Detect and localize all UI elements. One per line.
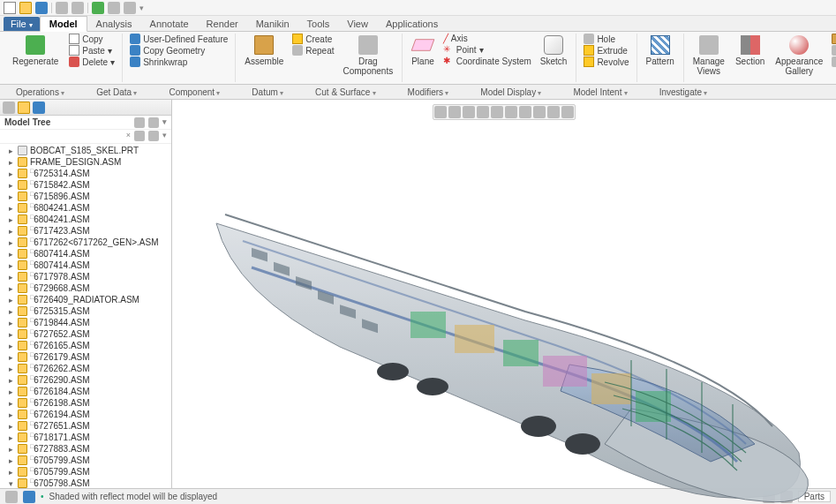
- tree-node[interactable]: ▸□6726262.ASM: [0, 363, 171, 374]
- tree-node[interactable]: ▸□6727883.ASM: [0, 443, 171, 455]
- expand-icon[interactable]: ▸: [7, 261, 15, 270]
- expand-icon[interactable]: ▸: [7, 319, 15, 327]
- tree-node[interactable]: ▸□6718171.ASM: [0, 432, 171, 443]
- hole-button[interactable]: Hole: [582, 34, 630, 44]
- tree-show-icon[interactable]: [148, 117, 159, 128]
- drag-button[interactable]: Drag Components: [339, 34, 396, 78]
- expand-icon[interactable]: ▸: [7, 456, 15, 465]
- exploded-button[interactable]: Exploded View: [830, 34, 836, 44]
- repeat-button[interactable]: Repeat: [290, 45, 335, 56]
- extrude-button[interactable]: Extrude: [582, 45, 630, 56]
- point-button[interactable]: ✳Point ▾: [441, 44, 533, 55]
- tab-applications[interactable]: Applications: [377, 17, 447, 31]
- edit-position-button[interactable]: Edit Position: [830, 56, 836, 67]
- tree-node[interactable]: ▸□6726198.ASM: [0, 397, 171, 409]
- tree-search-icon[interactable]: [148, 131, 159, 141]
- paste-button[interactable]: Paste ▾: [67, 45, 117, 56]
- expand-icon[interactable]: ▸: [7, 342, 15, 350]
- tree-node[interactable]: ▸□6726184.ASM: [0, 386, 171, 397]
- tree-node[interactable]: ▸□6727651.ASM: [0, 420, 171, 432]
- shading-icon[interactable]: [519, 106, 531, 118]
- grp-investigate[interactable]: Investigate: [644, 87, 724, 97]
- grp-datum[interactable]: Datum: [236, 87, 299, 97]
- tab-manikin[interactable]: Manikin: [247, 17, 298, 31]
- tree-settings-icon[interactable]: [134, 117, 145, 128]
- expand-icon[interactable]: ▸: [7, 227, 15, 236]
- expand-icon[interactable]: ▸: [7, 192, 15, 201]
- tree-node[interactable]: ▸□6717978.ASM: [0, 271, 171, 282]
- tree-node[interactable]: ▸□6726409_RADIATOR.ASM: [0, 294, 171, 305]
- appearance-button[interactable]: Appearance Gallery: [772, 34, 826, 78]
- expand-icon[interactable]: ▸: [7, 468, 15, 477]
- qat-dropdown-icon[interactable]: ▾: [139, 4, 144, 12]
- tree-node[interactable]: ▸□6726290.ASM: [0, 374, 171, 386]
- grp-component[interactable]: Component: [153, 87, 236, 97]
- tab-view[interactable]: View: [338, 17, 377, 31]
- expand-icon[interactable]: ▸: [7, 445, 15, 454]
- expand-icon[interactable]: ▸: [7, 365, 15, 373]
- tree-node[interactable]: ▸□6719844.ASM: [0, 317, 171, 328]
- tree-close-icon[interactable]: ×: [126, 131, 131, 142]
- tab-annotate[interactable]: Annotate: [141, 17, 198, 31]
- expand-icon[interactable]: ▸: [7, 422, 15, 431]
- tree-node[interactable]: ▸□6729668.ASM: [0, 282, 171, 294]
- saved-views-icon[interactable]: [505, 106, 517, 118]
- udf-button[interactable]: User-Defined Feature: [128, 34, 230, 44]
- tree-filter-icon[interactable]: [134, 131, 145, 141]
- assemble-button[interactable]: Assemble: [241, 34, 287, 68]
- pan-icon[interactable]: [491, 106, 503, 118]
- tab-model[interactable]: Model: [40, 16, 87, 32]
- tree-node[interactable]: ▸□6804241.ASM: [0, 214, 171, 225]
- csys-button[interactable]: ✱Coordinate System: [441, 56, 533, 66]
- grp-cut-surface[interactable]: Cut & Surface: [299, 87, 392, 97]
- expand-icon[interactable]: ▸: [7, 215, 15, 224]
- tree-node[interactable]: ▸□6726194.ASM: [0, 409, 171, 420]
- rotate-icon[interactable]: [477, 106, 489, 118]
- expand-icon[interactable]: ▸: [7, 376, 15, 385]
- zoom-in-icon[interactable]: [448, 106, 461, 118]
- expand-icon[interactable]: ▸: [7, 296, 15, 305]
- expand-icon[interactable]: ▸: [7, 284, 15, 293]
- expand-icon[interactable]: ▸: [7, 250, 15, 259]
- expand-icon[interactable]: ▸: [7, 353, 15, 362]
- sketch-button[interactable]: Sketch: [537, 34, 571, 68]
- tab-render[interactable]: Render: [198, 17, 247, 31]
- folder-tab-icon[interactable]: [18, 102, 30, 114]
- tree-dropdown-icon[interactable]: ▾: [162, 117, 167, 128]
- copy-button[interactable]: Copy: [67, 34, 117, 44]
- grp-modifiers[interactable]: Modifiers: [392, 87, 465, 97]
- expand-icon[interactable]: ▸: [7, 273, 15, 282]
- redo-icon[interactable]: [72, 2, 84, 14]
- expand-icon[interactable]: ▸: [7, 399, 15, 408]
- expand-icon[interactable]: ▸: [7, 307, 15, 316]
- grp-model-display[interactable]: Model Display: [464, 87, 557, 97]
- tree-node[interactable]: ▸□6807414.ASM: [0, 260, 171, 271]
- pattern-button[interactable]: Pattern: [643, 34, 678, 68]
- delete-button[interactable]: Delete ▾: [67, 56, 117, 67]
- section-button[interactable]: Section: [732, 34, 768, 68]
- tree-node[interactable]: ▸□6705799.ASM: [0, 466, 171, 478]
- copy-geom-button[interactable]: Copy Geometry: [128, 45, 230, 56]
- manage-views-button[interactable]: Manage Views: [689, 34, 728, 78]
- status-icon-2[interactable]: [23, 491, 35, 503]
- expand-icon[interactable]: ▸: [7, 204, 15, 213]
- model-tree-tab-icon[interactable]: [3, 102, 15, 114]
- tree-menu-icon[interactable]: ▾: [162, 131, 167, 142]
- grp-operations[interactable]: Operations: [0, 87, 80, 97]
- expand-icon[interactable]: ▸: [7, 158, 15, 167]
- tree-node[interactable]: ▸□6725314.ASM: [0, 168, 171, 179]
- expand-icon[interactable]: ▸: [7, 181, 15, 190]
- tree-node[interactable]: ▸FRAME_DESIGN.ASM: [0, 156, 171, 168]
- expand-icon[interactable]: ▸: [7, 147, 15, 155]
- create-button[interactable]: Create: [290, 34, 335, 44]
- regenerate-icon[interactable]: [92, 2, 104, 14]
- tab-analysis[interactable]: Analysis: [87, 17, 141, 31]
- annotation-display-icon[interactable]: [547, 106, 560, 118]
- expand-icon[interactable]: ▸: [7, 169, 15, 178]
- tree-node[interactable]: ▸□6705799.ASM: [0, 455, 171, 466]
- expand-icon[interactable]: ▸: [7, 433, 15, 442]
- expand-icon[interactable]: ▸: [7, 387, 15, 396]
- tree-node[interactable]: ▸□6717262<6717262_GEN>.ASM: [0, 237, 171, 248]
- tree-node[interactable]: ▸□6715896.ASM: [0, 191, 171, 202]
- tree-node[interactable]: ▸□6726179.ASM: [0, 351, 171, 363]
